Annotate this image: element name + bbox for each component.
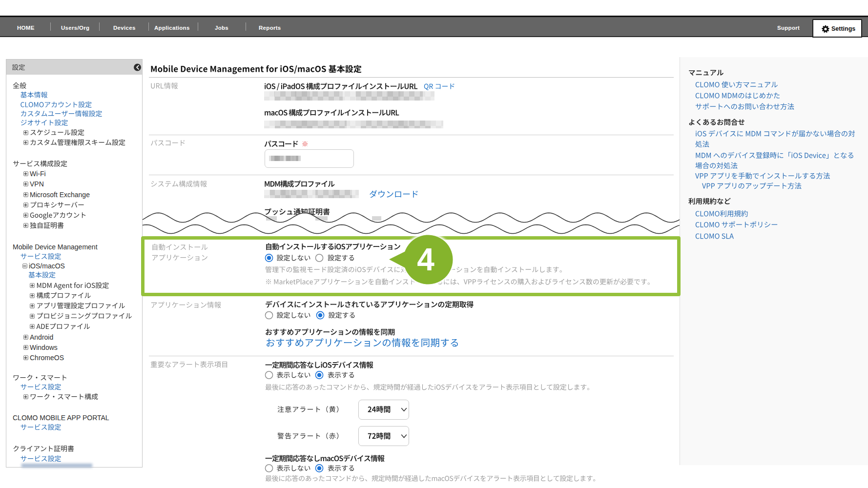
svg-text:4: 4 [417, 242, 434, 277]
